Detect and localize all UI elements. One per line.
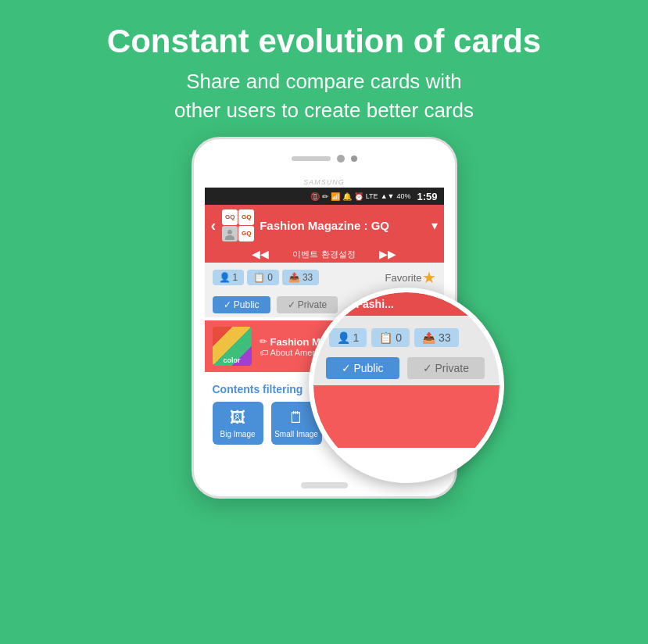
phone-wrapper: SAMSUNG 📵 ✏ 📶 🔔 ⏰ LTE ▲▼ 40% 1:59 ‹: [192, 137, 457, 499]
phone-top-bar: [194, 139, 455, 178]
status-bar: 📵 ✏ 📶 🔔 ⏰ LTE ▲▼ 40% 1:59: [205, 188, 444, 205]
mag-stats: 👤 1 📋 0 📤 33: [329, 328, 459, 347]
svg-point-0: [227, 230, 232, 234]
phone-sensor: [351, 156, 357, 162]
sub-header-text: 이벤트 환경설정: [292, 249, 355, 260]
favorite-label: Favorite: [385, 272, 422, 284]
mag-share-icon: 📤: [422, 331, 435, 344]
main-title: Constant evolution of cards: [107, 22, 541, 61]
box-count: 0: [267, 272, 273, 283]
person-count: 1: [233, 272, 238, 283]
header-section: Constant evolution of cards Share and co…: [76, 0, 572, 137]
mag-private-tab[interactable]: ✓ Private: [407, 357, 485, 379]
phone-speaker: [292, 156, 331, 161]
status-icons: 📵 ✏ 📶 🔔 ⏰ LTE ▲▼ 40%: [310, 192, 411, 201]
box-icon: 📋: [253, 272, 265, 283]
mag-spacer: [313, 316, 499, 324]
star-icon[interactable]: ★: [422, 268, 436, 287]
share-count: 33: [303, 272, 313, 283]
share-icon: 📤: [288, 272, 300, 283]
color-label: color: [223, 356, 240, 364]
mag-stats-row: 👤 1 📋 0 📤 33: [313, 324, 499, 351]
phone-bottom-bar: [301, 482, 348, 488]
big-image-icon: 🖼: [230, 409, 245, 427]
pencil-icon: ✏: [260, 336, 267, 347]
small-image-label: Small Image: [274, 430, 318, 438]
mag-stat-box: 📋 0: [371, 328, 410, 347]
stat-person-badge: 👤 1: [213, 270, 245, 285]
mag-box-count: 0: [396, 331, 402, 344]
logo-gq-1: GQ: [222, 209, 238, 225]
small-image-icon: 🗒: [288, 409, 304, 427]
magnify-circle: GQ Fashi... 👤 1 📋 0 📤: [309, 288, 504, 483]
magnify-inner: GQ Fashi... 👤 1 📋 0 📤: [313, 292, 499, 478]
mag-public-tab[interactable]: ✓ Public: [326, 357, 399, 379]
mag-stat-share: 📤 33: [414, 328, 459, 347]
subtitle: Share and compare cards with other users…: [107, 67, 541, 124]
mag-stat-person: 👤 1: [329, 328, 367, 347]
dropdown-icon[interactable]: ▾: [431, 218, 438, 233]
public-tab[interactable]: ✓ Public: [213, 296, 270, 313]
mag-share-count: 33: [439, 331, 451, 344]
mag-tab-section: ✓ Public ✓ Private: [313, 351, 499, 385]
svg-point-1: [225, 235, 234, 240]
stat-box-badge: 📋 0: [247, 270, 279, 285]
card-color-box: color: [213, 327, 252, 366]
stat-share-badge: 📤 33: [282, 270, 319, 285]
mag-person-count: 1: [353, 331, 360, 344]
status-time: 1:59: [417, 191, 437, 202]
left-arrow-icon[interactable]: ◀◀: [252, 248, 269, 260]
big-image-label: Big Image: [220, 430, 255, 438]
mag-header-title: Fashi...: [356, 298, 394, 310]
app-header: ‹ GQ GQ GQ Fashion Magazine : GQ ▾: [205, 205, 444, 245]
person-icon: 👤: [219, 272, 231, 283]
avatar-icon: [224, 227, 236, 240]
mag-person-icon: 👤: [337, 331, 350, 344]
right-arrow-icon[interactable]: ▶▶: [379, 248, 396, 260]
app-title: Fashion Magazine : GQ: [260, 219, 426, 232]
logo-gq-2: GQ: [238, 209, 254, 225]
big-image-btn[interactable]: 🖼 Big Image: [213, 402, 263, 445]
logo-gq-3: GQ: [238, 226, 254, 242]
samsung-logo: SAMSUNG: [205, 178, 444, 186]
mag-card-area: [313, 385, 499, 448]
mag-box-icon: 📋: [379, 331, 392, 344]
app-logo: GQ GQ GQ: [222, 209, 255, 242]
subtitle-icon: 🏷: [260, 348, 268, 357]
back-button[interactable]: ‹: [211, 216, 217, 234]
sub-header: ◀◀ 이벤트 환경설정 ▶▶: [205, 245, 444, 263]
logo-avatar: [222, 226, 238, 242]
private-tab[interactable]: ✓ Private: [277, 296, 338, 313]
phone-camera: [337, 155, 345, 163]
